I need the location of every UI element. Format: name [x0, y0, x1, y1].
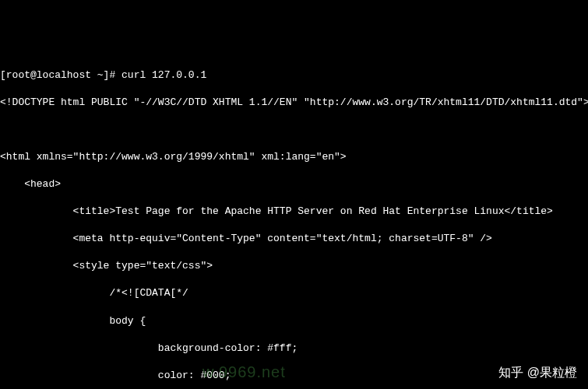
output-line: body {	[0, 314, 588, 328]
terminal-output: [root@localhost ~]# curl 127.0.0.1 <!DOC…	[0, 54, 588, 389]
output-line: <style type="text/css">	[0, 259, 588, 273]
output-line: <meta http-equiv="Content-Type" content=…	[0, 232, 588, 246]
output-line: /*<![CDATA[*/	[0, 286, 588, 300]
shell-prompt-line: [root@localhost ~]# curl 127.0.0.1	[0, 68, 588, 82]
output-line: <html xmlns="http://www.w3.org/1999/xhtm…	[0, 150, 588, 164]
output-line: <head>	[0, 177, 588, 191]
output-line: background-color: #fff;	[0, 342, 588, 356]
output-line: <!DOCTYPE html PUBLIC "-//W3C//DTD XHTML…	[0, 96, 588, 110]
watermark-author: 知乎 @果粒橙	[498, 364, 577, 381]
output-line: <title>Test Page for the Apache HTTP Ser…	[0, 205, 588, 219]
output-line	[0, 123, 588, 137]
watermark-url: w.9969.net	[202, 362, 286, 383]
